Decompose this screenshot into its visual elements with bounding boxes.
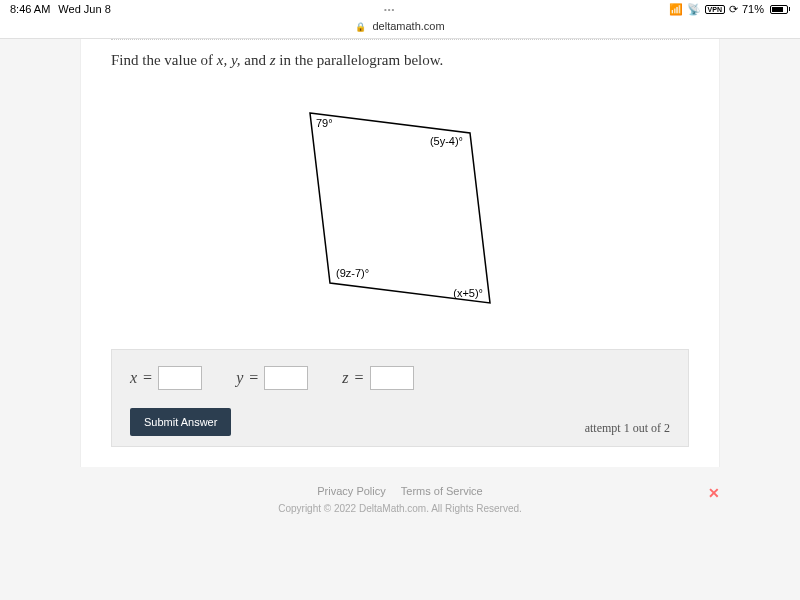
- y-field: y =: [236, 366, 308, 390]
- ipad-status-bar: 8:46 AM Wed Jun 8 ••• 📶 📡 VPN ⟳ 71%: [0, 0, 800, 18]
- signal-icon: 📶: [669, 3, 683, 16]
- vpn-badge: VPN: [705, 5, 725, 14]
- angle-bottom-right: (x+5)°: [453, 287, 483, 299]
- orientation-lock-icon: ⟳: [729, 3, 738, 16]
- multitask-dots[interactable]: •••: [384, 5, 395, 14]
- copyright-text: Copyright © 2022 DeltaMath.com. All Righ…: [40, 503, 760, 514]
- attempt-counter: attempt 1 out of 2: [585, 421, 670, 436]
- browser-url[interactable]: deltamath.com: [0, 18, 800, 39]
- battery-icon: [768, 5, 790, 14]
- z-input[interactable]: [370, 366, 414, 390]
- x-input[interactable]: [158, 366, 202, 390]
- x-field: x =: [130, 366, 202, 390]
- z-field: z =: [342, 366, 413, 390]
- problem-card: Find the value of x, y, and z in the par…: [80, 39, 720, 467]
- angle-top-left: 79°: [316, 117, 333, 129]
- battery-percent: 71%: [742, 3, 764, 15]
- terms-link[interactable]: Terms of Service: [401, 485, 483, 497]
- submit-button[interactable]: Submit Answer: [130, 408, 231, 436]
- question-prompt: Find the value of x, y, and z in the par…: [111, 52, 689, 69]
- status-date: Wed Jun 8: [58, 3, 110, 15]
- privacy-link[interactable]: Privacy Policy: [317, 485, 385, 497]
- angle-bottom-left: (9z-7)°: [336, 267, 369, 279]
- answer-panel: x = y = z = Submit Answer attempt 1 out …: [111, 349, 689, 447]
- wifi-icon: 📡: [687, 3, 701, 16]
- dotted-divider: [111, 39, 689, 40]
- url-text: deltamath.com: [372, 20, 444, 32]
- parallelogram-figure: 79° (5y-4)° (9z-7)° (x+5)°: [111, 87, 689, 341]
- y-input[interactable]: [264, 366, 308, 390]
- close-icon[interactable]: ✕: [708, 485, 720, 501]
- status-time: 8:46 AM: [10, 3, 50, 15]
- page-footer: Privacy Policy Terms of Service ✕ Copyri…: [40, 467, 760, 518]
- angle-top-right: (5y-4)°: [430, 135, 463, 147]
